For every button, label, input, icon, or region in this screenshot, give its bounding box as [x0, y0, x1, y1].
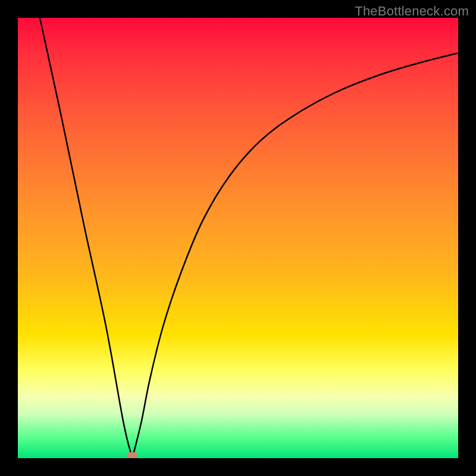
curve-svg: [18, 18, 458, 458]
right-branch-path: [132, 53, 458, 458]
watermark-text: TheBottleneck.com: [355, 4, 469, 19]
left-branch-path: [40, 18, 132, 458]
chart-frame: TheBottleneck.com: [0, 0, 476, 476]
plot-area: [18, 18, 458, 458]
minima-marker: [127, 452, 137, 458]
